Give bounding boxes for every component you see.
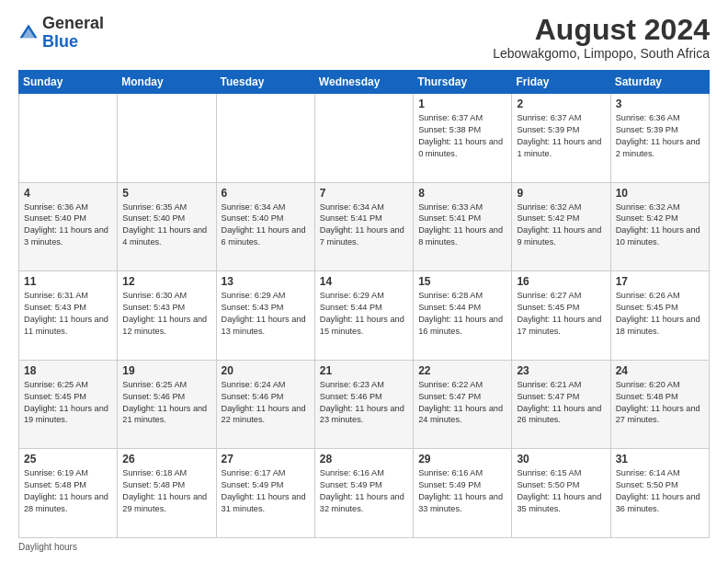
day-info: Sunrise: 6:37 AM Sunset: 5:39 PM Dayligh…	[517, 112, 605, 160]
day-info: Sunrise: 6:15 AM Sunset: 5:50 PM Dayligh…	[517, 467, 605, 515]
day-number: 3	[616, 98, 704, 110]
day-info: Sunrise: 6:27 AM Sunset: 5:45 PM Dayligh…	[517, 290, 605, 338]
calendar-week-3: 11Sunrise: 6:31 AM Sunset: 5:43 PM Dayli…	[19, 271, 710, 361]
calendar-cell: 12Sunrise: 6:30 AM Sunset: 5:43 PM Dayli…	[118, 271, 216, 361]
day-info: Sunrise: 6:25 AM Sunset: 5:46 PM Dayligh…	[122, 379, 210, 427]
calendar-body: 1Sunrise: 6:37 AM Sunset: 5:38 PM Daylig…	[19, 94, 710, 538]
calendar-cell	[19, 94, 118, 183]
day-number: 1	[418, 98, 506, 110]
calendar-cell: 31Sunrise: 6:14 AM Sunset: 5:50 PM Dayli…	[610, 449, 709, 538]
calendar-header-thursday: Thursday	[414, 71, 512, 94]
day-number: 25	[24, 453, 112, 465]
day-number: 18	[24, 364, 112, 377]
day-info: Sunrise: 6:26 AM Sunset: 5:45 PM Dayligh…	[616, 290, 704, 338]
day-number: 28	[320, 453, 408, 465]
calendar-cell: 30Sunrise: 6:15 AM Sunset: 5:50 PM Dayli…	[512, 449, 610, 538]
month-year: August 2024	[493, 15, 710, 44]
day-number: 16	[517, 275, 605, 288]
day-info: Sunrise: 6:14 AM Sunset: 5:50 PM Dayligh…	[616, 467, 704, 515]
day-number: 5	[122, 187, 210, 200]
calendar-cell: 10Sunrise: 6:32 AM Sunset: 5:42 PM Dayli…	[610, 182, 709, 271]
calendar-cell: 13Sunrise: 6:29 AM Sunset: 5:43 PM Dayli…	[216, 271, 314, 361]
calendar-cell: 4Sunrise: 6:36 AM Sunset: 5:40 PM Daylig…	[19, 182, 118, 271]
day-info: Sunrise: 6:32 AM Sunset: 5:42 PM Dayligh…	[616, 201, 704, 249]
calendar-header-monday: Monday	[118, 71, 216, 94]
calendar-header-row: SundayMondayTuesdayWednesdayThursdayFrid…	[19, 71, 710, 94]
day-info: Sunrise: 6:32 AM Sunset: 5:42 PM Dayligh…	[517, 201, 605, 249]
day-info: Sunrise: 6:36 AM Sunset: 5:39 PM Dayligh…	[616, 112, 704, 160]
calendar-cell: 3Sunrise: 6:36 AM Sunset: 5:39 PM Daylig…	[610, 94, 709, 183]
day-info: Sunrise: 6:37 AM Sunset: 5:38 PM Dayligh…	[418, 112, 506, 160]
calendar-cell: 23Sunrise: 6:21 AM Sunset: 5:47 PM Dayli…	[512, 360, 610, 449]
day-info: Sunrise: 6:17 AM Sunset: 5:49 PM Dayligh…	[222, 467, 310, 515]
calendar-cell: 21Sunrise: 6:23 AM Sunset: 5:46 PM Dayli…	[314, 360, 413, 449]
calendar-cell	[314, 94, 413, 183]
logo-general: General	[42, 14, 104, 32]
day-info: Sunrise: 6:29 AM Sunset: 5:44 PM Dayligh…	[320, 290, 408, 338]
day-info: Sunrise: 6:16 AM Sunset: 5:49 PM Dayligh…	[320, 467, 408, 515]
calendar-cell: 29Sunrise: 6:16 AM Sunset: 5:49 PM Dayli…	[414, 449, 512, 538]
calendar-week-4: 18Sunrise: 6:25 AM Sunset: 5:45 PM Dayli…	[19, 360, 710, 449]
day-info: Sunrise: 6:18 AM Sunset: 5:48 PM Dayligh…	[122, 467, 210, 515]
day-number: 24	[616, 364, 704, 377]
day-info: Sunrise: 6:35 AM Sunset: 5:40 PM Dayligh…	[122, 201, 210, 249]
calendar-cell	[118, 94, 216, 183]
day-info: Sunrise: 6:34 AM Sunset: 5:40 PM Dayligh…	[222, 201, 310, 249]
logo-blue: Blue	[42, 32, 78, 51]
calendar-cell: 6Sunrise: 6:34 AM Sunset: 5:40 PM Daylig…	[216, 182, 314, 271]
header: General Blue August 2024 Lebowakgomo, Li…	[18, 15, 710, 61]
calendar-header-tuesday: Tuesday	[216, 71, 314, 94]
calendar-cell: 5Sunrise: 6:35 AM Sunset: 5:40 PM Daylig…	[118, 182, 216, 271]
day-info: Sunrise: 6:25 AM Sunset: 5:45 PM Dayligh…	[24, 379, 112, 427]
logo-icon	[18, 23, 39, 43]
calendar-cell: 19Sunrise: 6:25 AM Sunset: 5:46 PM Dayli…	[118, 360, 216, 449]
day-number: 6	[222, 187, 310, 200]
day-number: 14	[320, 275, 408, 288]
footer-note: Daylight hours	[18, 542, 710, 552]
day-number: 13	[222, 275, 310, 288]
calendar-cell: 27Sunrise: 6:17 AM Sunset: 5:49 PM Dayli…	[216, 449, 314, 538]
day-number: 15	[418, 275, 506, 288]
day-number: 21	[320, 364, 408, 377]
calendar-cell: 9Sunrise: 6:32 AM Sunset: 5:42 PM Daylig…	[512, 182, 610, 271]
day-number: 4	[24, 187, 112, 200]
calendar-cell: 7Sunrise: 6:34 AM Sunset: 5:41 PM Daylig…	[314, 182, 413, 271]
calendar-header-sunday: Sunday	[19, 71, 118, 94]
day-info: Sunrise: 6:19 AM Sunset: 5:48 PM Dayligh…	[24, 467, 112, 515]
day-number: 30	[517, 453, 605, 465]
calendar-week-1: 1Sunrise: 6:37 AM Sunset: 5:38 PM Daylig…	[19, 94, 710, 183]
calendar-week-2: 4Sunrise: 6:36 AM Sunset: 5:40 PM Daylig…	[19, 182, 710, 271]
day-info: Sunrise: 6:22 AM Sunset: 5:47 PM Dayligh…	[418, 379, 506, 427]
title-block: August 2024 Lebowakgomo, Limpopo, South …	[493, 15, 710, 61]
day-number: 17	[616, 275, 704, 288]
day-number: 9	[517, 187, 605, 200]
calendar-cell: 8Sunrise: 6:33 AM Sunset: 5:41 PM Daylig…	[414, 182, 512, 271]
day-info: Sunrise: 6:20 AM Sunset: 5:48 PM Dayligh…	[616, 379, 704, 427]
calendar-cell: 17Sunrise: 6:26 AM Sunset: 5:45 PM Dayli…	[610, 271, 709, 361]
day-number: 8	[418, 187, 506, 200]
day-info: Sunrise: 6:16 AM Sunset: 5:49 PM Dayligh…	[418, 467, 506, 515]
day-number: 2	[517, 98, 605, 110]
day-number: 20	[222, 364, 310, 377]
calendar-cell: 2Sunrise: 6:37 AM Sunset: 5:39 PM Daylig…	[512, 94, 610, 183]
day-info: Sunrise: 6:31 AM Sunset: 5:43 PM Dayligh…	[24, 290, 112, 338]
calendar-week-5: 25Sunrise: 6:19 AM Sunset: 5:48 PM Dayli…	[19, 449, 710, 538]
calendar-cell: 24Sunrise: 6:20 AM Sunset: 5:48 PM Dayli…	[610, 360, 709, 449]
day-number: 22	[418, 364, 506, 377]
calendar-cell: 28Sunrise: 6:16 AM Sunset: 5:49 PM Dayli…	[314, 449, 413, 538]
calendar-cell: 16Sunrise: 6:27 AM Sunset: 5:45 PM Dayli…	[512, 271, 610, 361]
day-number: 31	[616, 453, 704, 465]
calendar-cell: 1Sunrise: 6:37 AM Sunset: 5:38 PM Daylig…	[414, 94, 512, 183]
day-info: Sunrise: 6:23 AM Sunset: 5:46 PM Dayligh…	[320, 379, 408, 427]
calendar-cell: 15Sunrise: 6:28 AM Sunset: 5:44 PM Dayli…	[414, 271, 512, 361]
day-number: 12	[122, 275, 210, 288]
calendar-cell: 25Sunrise: 6:19 AM Sunset: 5:48 PM Dayli…	[19, 449, 118, 538]
day-info: Sunrise: 6:29 AM Sunset: 5:43 PM Dayligh…	[222, 290, 310, 338]
day-number: 10	[616, 187, 704, 200]
day-info: Sunrise: 6:36 AM Sunset: 5:40 PM Dayligh…	[24, 201, 112, 249]
day-info: Sunrise: 6:33 AM Sunset: 5:41 PM Dayligh…	[418, 201, 506, 249]
calendar-header-wednesday: Wednesday	[314, 71, 413, 94]
calendar: SundayMondayTuesdayWednesdayThursdayFrid…	[18, 70, 710, 538]
day-number: 29	[418, 453, 506, 465]
calendar-cell: 11Sunrise: 6:31 AM Sunset: 5:43 PM Dayli…	[19, 271, 118, 361]
